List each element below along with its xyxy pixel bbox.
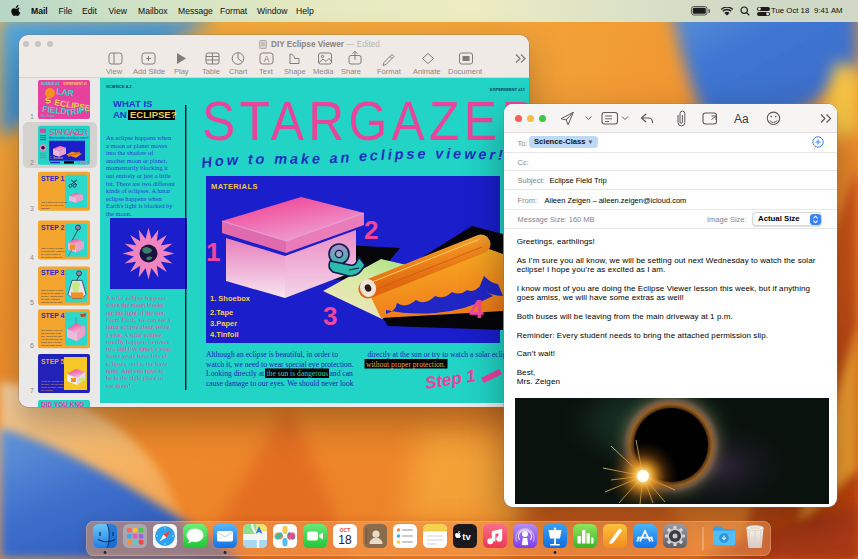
svg-text:6: 6 — [30, 342, 34, 349]
svg-text:the eclipse!: the eclipse! — [41, 389, 53, 392]
svg-text:4: 4 — [469, 294, 484, 324]
svg-text:STEP 2:: STEP 2: — [41, 224, 67, 231]
svg-text:How to make an eclipse viewer!: How to make an eclipse viewer! — [49, 136, 89, 140]
svg-text:Step 1: Step 1 — [424, 366, 477, 393]
svg-text:ECLIPSE?: ECLIPSE? — [130, 109, 177, 120]
svg-text:4: 4 — [30, 254, 34, 261]
svg-text:SCIENCE 4.2: SCIENCE 4.2 — [106, 84, 132, 89]
svg-text:2: 2 — [364, 215, 378, 245]
svg-text:Although an eclipse is beautif: Although an eclipse is beautiful, in ord… — [206, 350, 338, 359]
svg-text:EXPERIMENT #1: EXPERIMENT #1 — [63, 82, 87, 86]
svg-text:STEP 4:: STEP 4: — [41, 312, 67, 319]
svg-text:tv: tv — [462, 531, 471, 542]
svg-text:3.Paper: 3.Paper — [210, 319, 237, 328]
svg-text:STEP 1:: STEP 1: — [41, 175, 67, 182]
svg-text:3: 3 — [323, 301, 337, 331]
svg-text:Step 1: Step 1 — [78, 160, 90, 165]
svg-text:2.Tape: 2.Tape — [210, 308, 233, 317]
svg-text:watch it, we need to wear spec: watch it, we need to wear special eye pr… — [206, 360, 354, 369]
svg-text:DID YOU KNO: DID YOU KNO — [41, 401, 84, 407]
svg-text:3: 3 — [30, 205, 34, 212]
svg-text:Aa: Aa — [734, 112, 749, 126]
svg-text:shoebox.: shoebox. — [41, 207, 51, 210]
svg-text:1. Shoebox: 1. Shoebox — [50, 156, 64, 160]
svg-text:AN: AN — [113, 109, 127, 120]
svg-text:directly at the sun or try to: directly at the sun or try to watch a so… — [368, 350, 507, 359]
svg-text:7: 7 — [30, 387, 34, 394]
svg-text:5: 5 — [30, 299, 34, 306]
svg-text:see the white paper.: see the white paper. — [41, 344, 63, 347]
svg-text:and can: and can — [330, 369, 354, 378]
svg-text:the sun is dangerous: the sun is dangerous — [267, 369, 329, 378]
svg-text:the center of the foil.: the center of the foil. — [41, 256, 63, 259]
svg-text:STEP 5:: STEP 5: — [41, 358, 67, 365]
svg-text:1. Shoebox: 1. Shoebox — [210, 294, 251, 303]
svg-text:1: 1 — [206, 237, 220, 267]
svg-text:Mrs. Zeigen: Mrs. Zeigen — [41, 114, 55, 118]
svg-text:A solar eclipse happens: A solar eclipse happens when the moon bl… — [106, 294, 186, 389]
svg-text:Looking directly at: Looking directly at — [206, 369, 265, 378]
svg-text:through the pin hole: through the pin hole — [41, 301, 63, 304]
svg-text:18: 18 — [338, 533, 352, 547]
svg-text:4.Tinfoil: 4.Tinfoil — [210, 330, 239, 339]
svg-text:A: A — [264, 54, 270, 64]
svg-text:without proper protection.: without proper protection. — [366, 360, 446, 369]
svg-text:1: 1 — [30, 113, 34, 120]
svg-text:2: 2 — [30, 159, 34, 166]
svg-text:MATERIALS: MATERIALS — [211, 182, 258, 191]
svg-text:STARGAZER: STARGAZER — [202, 89, 529, 152]
svg-text:STEP 3:: STEP 3: — [41, 269, 67, 276]
svg-text:WHAT IS: WHAT IS — [113, 98, 152, 109]
svg-text:An eclipse happens when: An eclipse happens when a moon or planet… — [106, 134, 189, 217]
svg-text:cause damage to our eyes. We s: cause damage to our eyes. We should neve… — [206, 379, 354, 388]
